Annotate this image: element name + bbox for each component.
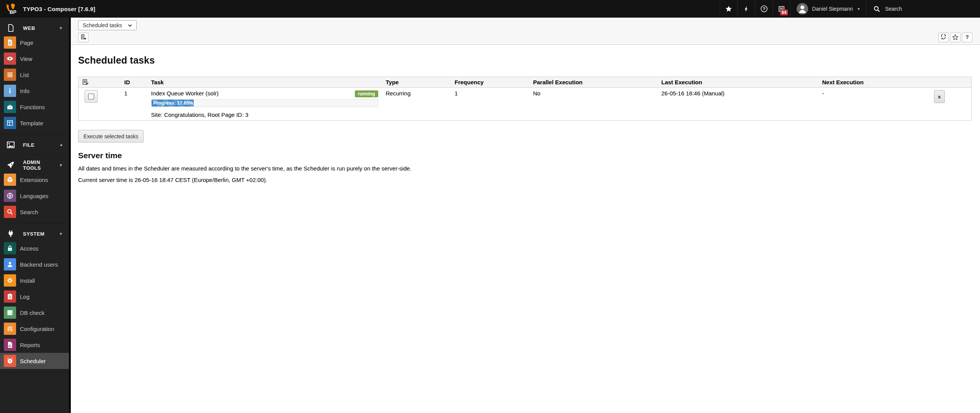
chevron-down-icon: ▾ xyxy=(858,6,860,11)
section-web: WEB ▾ Page View xyxy=(0,18,69,134)
gear-icon xyxy=(4,274,16,287)
sidebar-item-functions[interactable]: Functions xyxy=(0,99,69,115)
sidebar-item-configuration[interactable]: Configuration xyxy=(0,321,69,337)
user-menu[interactable]: Daniel Siepmann ▾ xyxy=(790,0,866,18)
task-cell: Index Queue Worker (solr) running Progre… xyxy=(147,88,382,121)
column-header-next-execution: Next Execution xyxy=(818,77,925,88)
report-chart-icon xyxy=(4,339,16,351)
sidebar-section-web[interactable]: WEB ▾ xyxy=(0,21,69,34)
column-header-type: Type xyxy=(382,77,451,88)
image-icon xyxy=(6,140,15,149)
task-next-execution-cell: - xyxy=(818,88,925,121)
sidebar-item-install[interactable]: Install xyxy=(0,272,69,288)
sidebar-item-search[interactable]: Search xyxy=(0,204,69,220)
svg-text:?: ? xyxy=(763,7,765,11)
user-icon xyxy=(4,258,16,270)
progress-bar: Progress: 17.65% xyxy=(151,99,378,107)
current-server-time: Current server time is 26-05-16 18:47 CE… xyxy=(78,177,971,183)
new-document-plus-icon xyxy=(80,34,87,40)
column-header-actions xyxy=(925,77,972,88)
opened-documents-button[interactable]: 64 xyxy=(773,0,790,18)
lightning-bolt-icon xyxy=(743,5,750,13)
sidebar-item-backend-users[interactable]: Backend users xyxy=(0,256,69,272)
chevron-left-icon: ◂ xyxy=(60,142,62,148)
progress-bar-fill: Progress: 17.65% xyxy=(152,100,194,107)
sidebar-item-access[interactable]: Access xyxy=(0,240,69,256)
star-outline-icon xyxy=(952,34,959,41)
task-id-cell: 1 xyxy=(121,88,147,121)
task-row: 1 Index Queue Worker (solr) running Prog… xyxy=(78,88,972,121)
sidebar-item-view[interactable]: View xyxy=(0,51,69,67)
section-label: FILE xyxy=(23,142,60,148)
toggle-all-checkbox-icon xyxy=(82,79,117,85)
server-time-description: All dates and times in the Scheduler are… xyxy=(78,165,971,172)
sidebar-item-log[interactable]: Log xyxy=(0,288,69,305)
sidebar-item-page[interactable]: Page xyxy=(0,34,69,51)
search-icon xyxy=(873,5,880,13)
scheduled-tasks-table: ID Task Type Frequency Parallel Executio… xyxy=(78,77,972,121)
column-header-frequency: Frequency xyxy=(451,77,529,88)
topbar-right: ? 64 xyxy=(720,0,980,18)
username-label: Daniel Siepmann xyxy=(812,6,853,12)
select-all-header[interactable] xyxy=(78,77,121,88)
sidebar-item-reports[interactable]: Reports xyxy=(0,337,69,353)
list-icon xyxy=(4,69,16,81)
section-label: WEB xyxy=(23,25,60,31)
topbar-search[interactable]: Search xyxy=(866,0,980,18)
stop-task-button[interactable]: x xyxy=(934,90,945,103)
reload-button[interactable] xyxy=(938,33,949,42)
help-button[interactable]: ? xyxy=(755,0,773,18)
task-checkbox[interactable] xyxy=(85,90,98,103)
section-system: SYSTEM ▾ Access Backend users xyxy=(0,223,69,372)
sidebar-section-admin-tools[interactable]: ADMIN TOOLS ▾ xyxy=(0,159,69,172)
toolbox-icon xyxy=(4,101,16,113)
typo3-logo-icon[interactable]: BP xyxy=(5,2,18,15)
module-content: Scheduled tasks xyxy=(71,18,980,413)
docheader-help-button[interactable]: ? xyxy=(962,33,972,42)
template-layout-icon xyxy=(4,117,16,129)
bookmark-button[interactable] xyxy=(950,33,960,42)
eye-icon xyxy=(4,52,16,65)
page-title: Scheduled tasks xyxy=(78,55,971,66)
section-label: SYSTEM xyxy=(23,231,60,237)
column-header-task: Task xyxy=(147,77,382,88)
web-page-outline-icon xyxy=(6,23,15,33)
clear-cache-button[interactable] xyxy=(737,0,755,18)
sidebar-section-system[interactable]: SYSTEM ▾ xyxy=(0,227,69,240)
sidebar-item-template[interactable]: Template xyxy=(0,115,69,131)
cube-icon xyxy=(4,174,16,186)
avatar xyxy=(797,3,808,15)
info-icon xyxy=(4,85,16,97)
chevron-down-icon: ▾ xyxy=(60,25,62,31)
sidebar-item-info[interactable]: Info xyxy=(0,83,69,99)
clipboard-icon xyxy=(4,290,16,303)
function-select[interactable]: Scheduled tasks xyxy=(78,20,137,30)
sidebar-item-languages[interactable]: Languages xyxy=(0,188,69,204)
section-file: FILE ◂ xyxy=(0,134,69,155)
sidebar-section-file[interactable]: FILE ◂ xyxy=(0,138,69,151)
search-label: Search xyxy=(885,6,902,12)
typo3-backend: BP TYPO3 - Composer [7.6.9] ? xyxy=(0,0,980,413)
sidebar-item-list[interactable]: List xyxy=(0,67,69,83)
plug-icon xyxy=(6,229,15,238)
sidebar-item-db-check[interactable]: DB check xyxy=(0,305,69,321)
help-circle-icon: ? xyxy=(760,5,768,13)
sidebar-item-scheduler[interactable]: Scheduler xyxy=(0,353,69,369)
task-last-execution-cell: 26-05-16 18:46 (Manual) xyxy=(658,88,818,121)
refresh-icon xyxy=(941,34,947,40)
module-menu: WEB ▾ Page View xyxy=(0,18,71,413)
rocket-icon xyxy=(6,161,15,170)
task-type-cell: Recurring xyxy=(382,88,451,121)
add-task-button[interactable] xyxy=(78,33,88,42)
docheader: Scheduled tasks xyxy=(71,18,980,45)
star-icon xyxy=(725,5,732,13)
column-header-last-execution: Last Execution xyxy=(658,77,818,88)
sliders-icon xyxy=(4,323,16,335)
function-select-value: Scheduled tasks xyxy=(83,22,122,28)
execute-selected-tasks-button[interactable]: Execute selected tasks xyxy=(78,130,144,143)
chevron-down-icon xyxy=(127,23,132,28)
module-body: Scheduled tasks xyxy=(71,45,980,413)
clock-icon xyxy=(4,355,16,367)
sidebar-item-extensions[interactable]: Extensions xyxy=(0,172,69,188)
bookmarks-button[interactable] xyxy=(720,0,737,18)
